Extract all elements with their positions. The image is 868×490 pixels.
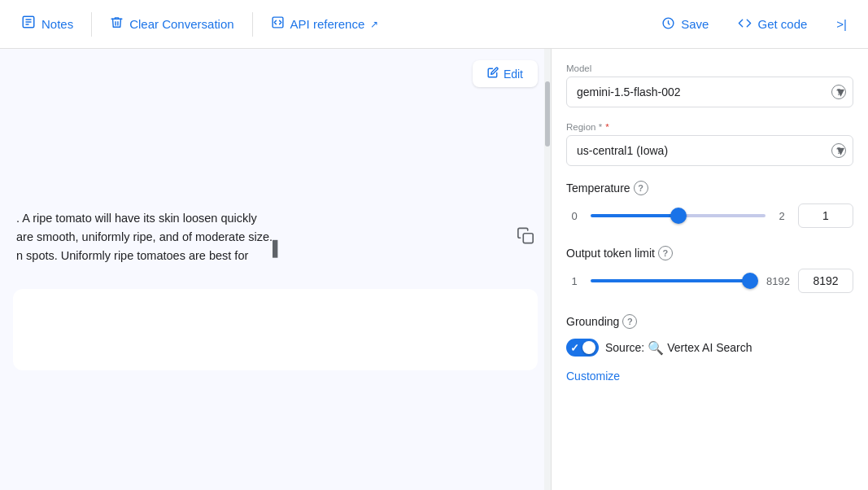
api-reference-label: API reference [290,17,365,31]
token-slider-row: 1 8192 [566,269,853,293]
vertex-icon: 🔍 [648,340,664,356]
model-label: Model [566,63,853,73]
collapse-button[interactable]: >| [822,11,861,37]
temperature-slider[interactable] [591,214,765,217]
edit-btn-container: Edit [0,49,551,94]
token-limit-field-group: Output token limit ? 1 8192 [566,246,853,296]
model-help-icon[interactable]: ? [831,85,846,99]
top-nav: Notes Clear Conversation API reference ↗… [0,0,868,49]
customize-button[interactable]: Customize [566,363,620,389]
temperature-field-group: Temperature ? 0 2 [566,181,853,231]
notes-button[interactable]: Notes [7,8,88,40]
nav-divider-2 [252,12,253,37]
svg-rect-6 [523,234,533,243]
clear-conversation-button[interactable]: Clear Conversation [95,9,248,40]
token-limit-slider[interactable] [591,279,758,282]
grounding-label-row: Grounding ? [566,314,853,329]
api-icon [271,15,285,33]
token-help-icon[interactable]: ? [658,246,673,260]
grounding-help-icon[interactable]: ? [622,314,637,329]
temperature-slider-container [591,208,765,224]
nav-right: Save Get code >| [647,10,861,39]
grounding-section: Grounding ? ✓ Source: 🔍 Vertex AI Search [566,314,853,389]
temperature-input[interactable] [798,203,853,228]
model-select[interactable]: gemini-1.5-flash-002 [567,77,831,107]
edit-label: Edit [504,68,523,81]
api-reference-button[interactable]: API reference ↗ [256,9,394,40]
region-label: Region * [566,122,853,132]
source-row: ✓ Source: 🔍 Vertex AI Search [566,339,853,357]
save-label: Save [681,17,709,31]
toggle-thumb [582,341,595,354]
token-max-label: 8192 [766,275,790,287]
check-icon: ✓ [570,342,579,354]
region-field-group: Region * us-central1 (Iowa) ▾ ? [566,122,853,166]
scrollbar-thumb [545,81,550,147]
copy-button[interactable] [513,223,538,252]
token-slider-container [591,273,758,289]
vertex-search-label: Vertex AI Search [667,341,752,354]
get-code-label: Get code [757,17,807,31]
right-panel: Model gemini-1.5-flash-002 ▾ ? Region * … [551,49,868,490]
edit-icon [487,67,499,81]
save-button[interactable]: Save [647,10,723,39]
token-limit-label: Output token limit ? [566,246,853,260]
source-text: Source: 🔍 Vertex AI Search [605,340,752,356]
token-input[interactable] [798,269,853,293]
save-icon [661,16,675,33]
get-code-button[interactable]: Get code [723,10,822,39]
temperature-slider-row: 0 2 [566,203,853,228]
temp-max-label: 2 [774,210,790,222]
nav-divider-1 [91,12,92,37]
scrollbar[interactable] [544,49,551,490]
trash-icon [110,15,124,33]
temp-min-label: 0 [566,210,582,222]
notes-label: Notes [41,17,73,31]
collapse-label: >| [836,17,847,31]
temperature-label: Temperature ? [566,181,853,195]
content-area: ▌ . A ripe tomato will have its skin loo… [0,94,551,490]
model-field-group: Model gemini-1.5-flash-002 ▾ ? [566,63,853,107]
external-link-icon: ↗ [370,19,378,30]
toggle-track: ✓ [566,339,599,357]
code-icon [738,16,752,33]
temperature-help-icon[interactable]: ? [634,181,648,195]
cursor-area: ▌ [0,102,551,199]
region-select-wrapper: us-central1 (Iowa) ▾ ? [566,135,853,166]
grounding-toggle[interactable]: ✓ [566,339,599,357]
message-block: . A ripe tomato will have its skin loose… [0,199,551,276]
main-area: Edit ▌ . A ripe tomato will have its ski… [0,49,868,490]
model-select-wrapper: gemini-1.5-flash-002 ▾ ? [566,77,853,107]
grounding-label: Grounding ? [566,314,637,329]
left-panel: Edit ▌ . A ripe tomato will have its ski… [0,49,551,490]
message-text: . A ripe tomato will have its skin loose… [16,209,534,266]
token-min-label: 1 [566,275,582,287]
notes-icon [21,15,36,33]
edit-button[interactable]: Edit [473,60,538,87]
region-select[interactable]: us-central1 (Iowa) [567,136,831,165]
clear-conversation-label: Clear Conversation [129,17,233,31]
region-help-icon[interactable]: ? [831,143,846,158]
response-block [13,289,538,370]
